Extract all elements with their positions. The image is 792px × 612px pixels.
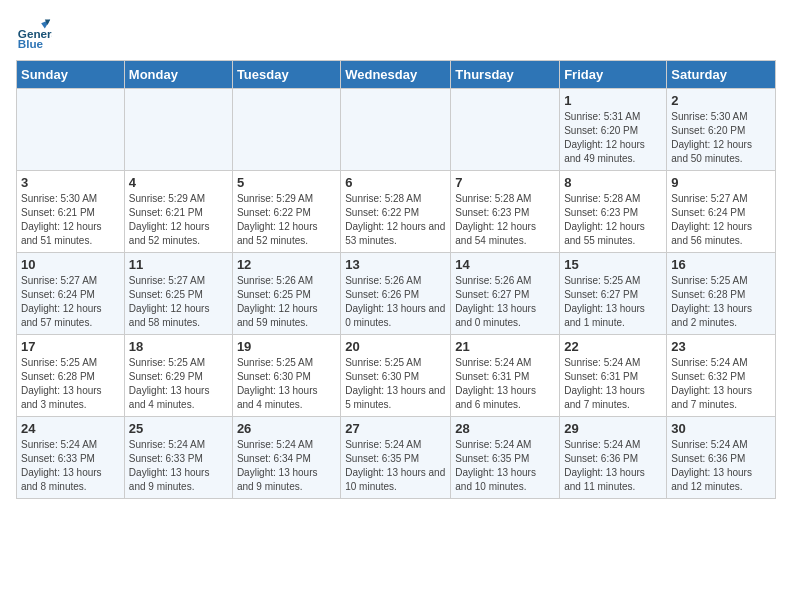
calendar-cell: 13Sunrise: 5:26 AM Sunset: 6:26 PM Dayli…: [341, 253, 451, 335]
calendar-cell: 7Sunrise: 5:28 AM Sunset: 6:23 PM Daylig…: [451, 171, 560, 253]
calendar-cell: [232, 89, 340, 171]
svg-text:Blue: Blue: [18, 37, 44, 50]
day-number: 13: [345, 257, 446, 272]
day-info: Sunrise: 5:24 AM Sunset: 6:35 PM Dayligh…: [455, 438, 555, 494]
day-info: Sunrise: 5:26 AM Sunset: 6:26 PM Dayligh…: [345, 274, 446, 330]
day-info: Sunrise: 5:29 AM Sunset: 6:21 PM Dayligh…: [129, 192, 228, 248]
day-info: Sunrise: 5:25 AM Sunset: 6:29 PM Dayligh…: [129, 356, 228, 412]
weekday-header: Thursday: [451, 61, 560, 89]
weekday-header: Sunday: [17, 61, 125, 89]
calendar-week-row: 3Sunrise: 5:30 AM Sunset: 6:21 PM Daylig…: [17, 171, 776, 253]
day-number: 10: [21, 257, 120, 272]
calendar-cell: 24Sunrise: 5:24 AM Sunset: 6:33 PM Dayli…: [17, 417, 125, 499]
day-number: 5: [237, 175, 336, 190]
day-info: Sunrise: 5:24 AM Sunset: 6:31 PM Dayligh…: [564, 356, 662, 412]
day-number: 3: [21, 175, 120, 190]
day-number: 16: [671, 257, 771, 272]
day-info: Sunrise: 5:24 AM Sunset: 6:36 PM Dayligh…: [564, 438, 662, 494]
calendar-cell: 18Sunrise: 5:25 AM Sunset: 6:29 PM Dayli…: [124, 335, 232, 417]
day-info: Sunrise: 5:27 AM Sunset: 6:25 PM Dayligh…: [129, 274, 228, 330]
calendar-cell: 12Sunrise: 5:26 AM Sunset: 6:25 PM Dayli…: [232, 253, 340, 335]
day-info: Sunrise: 5:31 AM Sunset: 6:20 PM Dayligh…: [564, 110, 662, 166]
day-info: Sunrise: 5:24 AM Sunset: 6:31 PM Dayligh…: [455, 356, 555, 412]
day-number: 29: [564, 421, 662, 436]
calendar-cell: 22Sunrise: 5:24 AM Sunset: 6:31 PM Dayli…: [560, 335, 667, 417]
day-number: 6: [345, 175, 446, 190]
weekday-header: Tuesday: [232, 61, 340, 89]
day-info: Sunrise: 5:29 AM Sunset: 6:22 PM Dayligh…: [237, 192, 336, 248]
day-number: 17: [21, 339, 120, 354]
logo-icon: General Blue: [16, 16, 52, 52]
day-info: Sunrise: 5:25 AM Sunset: 6:27 PM Dayligh…: [564, 274, 662, 330]
calendar-cell: 26Sunrise: 5:24 AM Sunset: 6:34 PM Dayli…: [232, 417, 340, 499]
calendar-cell: 15Sunrise: 5:25 AM Sunset: 6:27 PM Dayli…: [560, 253, 667, 335]
calendar-cell: 23Sunrise: 5:24 AM Sunset: 6:32 PM Dayli…: [667, 335, 776, 417]
day-info: Sunrise: 5:27 AM Sunset: 6:24 PM Dayligh…: [21, 274, 120, 330]
day-number: 11: [129, 257, 228, 272]
day-number: 18: [129, 339, 228, 354]
header-row: SundayMondayTuesdayWednesdayThursdayFrid…: [17, 61, 776, 89]
day-info: Sunrise: 5:28 AM Sunset: 6:23 PM Dayligh…: [455, 192, 555, 248]
day-info: Sunrise: 5:24 AM Sunset: 6:36 PM Dayligh…: [671, 438, 771, 494]
calendar-cell: 20Sunrise: 5:25 AM Sunset: 6:30 PM Dayli…: [341, 335, 451, 417]
calendar-table: SundayMondayTuesdayWednesdayThursdayFrid…: [16, 60, 776, 499]
weekday-header: Saturday: [667, 61, 776, 89]
day-info: Sunrise: 5:24 AM Sunset: 6:33 PM Dayligh…: [21, 438, 120, 494]
header: General Blue: [16, 16, 776, 52]
day-number: 15: [564, 257, 662, 272]
weekday-header: Wednesday: [341, 61, 451, 89]
day-info: Sunrise: 5:28 AM Sunset: 6:23 PM Dayligh…: [564, 192, 662, 248]
calendar-cell: 25Sunrise: 5:24 AM Sunset: 6:33 PM Dayli…: [124, 417, 232, 499]
day-number: 9: [671, 175, 771, 190]
calendar-cell: 5Sunrise: 5:29 AM Sunset: 6:22 PM Daylig…: [232, 171, 340, 253]
calendar-cell: [17, 89, 125, 171]
calendar-cell: 19Sunrise: 5:25 AM Sunset: 6:30 PM Dayli…: [232, 335, 340, 417]
calendar-week-row: 24Sunrise: 5:24 AM Sunset: 6:33 PM Dayli…: [17, 417, 776, 499]
calendar-cell: 11Sunrise: 5:27 AM Sunset: 6:25 PM Dayli…: [124, 253, 232, 335]
calendar-cell: 10Sunrise: 5:27 AM Sunset: 6:24 PM Dayli…: [17, 253, 125, 335]
day-info: Sunrise: 5:28 AM Sunset: 6:22 PM Dayligh…: [345, 192, 446, 248]
day-info: Sunrise: 5:30 AM Sunset: 6:20 PM Dayligh…: [671, 110, 771, 166]
day-number: 14: [455, 257, 555, 272]
calendar-cell: 27Sunrise: 5:24 AM Sunset: 6:35 PM Dayli…: [341, 417, 451, 499]
calendar-cell: 1Sunrise: 5:31 AM Sunset: 6:20 PM Daylig…: [560, 89, 667, 171]
day-info: Sunrise: 5:24 AM Sunset: 6:34 PM Dayligh…: [237, 438, 336, 494]
day-number: 19: [237, 339, 336, 354]
calendar-cell: [124, 89, 232, 171]
calendar-cell: 2Sunrise: 5:30 AM Sunset: 6:20 PM Daylig…: [667, 89, 776, 171]
calendar-cell: 6Sunrise: 5:28 AM Sunset: 6:22 PM Daylig…: [341, 171, 451, 253]
calendar-cell: 3Sunrise: 5:30 AM Sunset: 6:21 PM Daylig…: [17, 171, 125, 253]
day-info: Sunrise: 5:26 AM Sunset: 6:25 PM Dayligh…: [237, 274, 336, 330]
calendar-week-row: 10Sunrise: 5:27 AM Sunset: 6:24 PM Dayli…: [17, 253, 776, 335]
logo: General Blue: [16, 16, 52, 52]
calendar-cell: [341, 89, 451, 171]
day-number: 30: [671, 421, 771, 436]
calendar-cell: [451, 89, 560, 171]
day-number: 21: [455, 339, 555, 354]
day-number: 23: [671, 339, 771, 354]
calendar-cell: 14Sunrise: 5:26 AM Sunset: 6:27 PM Dayli…: [451, 253, 560, 335]
calendar-week-row: 17Sunrise: 5:25 AM Sunset: 6:28 PM Dayli…: [17, 335, 776, 417]
day-info: Sunrise: 5:25 AM Sunset: 6:30 PM Dayligh…: [237, 356, 336, 412]
calendar-cell: 28Sunrise: 5:24 AM Sunset: 6:35 PM Dayli…: [451, 417, 560, 499]
day-info: Sunrise: 5:27 AM Sunset: 6:24 PM Dayligh…: [671, 192, 771, 248]
calendar-week-row: 1Sunrise: 5:31 AM Sunset: 6:20 PM Daylig…: [17, 89, 776, 171]
day-number: 1: [564, 93, 662, 108]
day-info: Sunrise: 5:26 AM Sunset: 6:27 PM Dayligh…: [455, 274, 555, 330]
day-info: Sunrise: 5:25 AM Sunset: 6:30 PM Dayligh…: [345, 356, 446, 412]
day-number: 4: [129, 175, 228, 190]
day-number: 20: [345, 339, 446, 354]
calendar-cell: 9Sunrise: 5:27 AM Sunset: 6:24 PM Daylig…: [667, 171, 776, 253]
day-number: 26: [237, 421, 336, 436]
day-info: Sunrise: 5:24 AM Sunset: 6:32 PM Dayligh…: [671, 356, 771, 412]
calendar-cell: 4Sunrise: 5:29 AM Sunset: 6:21 PM Daylig…: [124, 171, 232, 253]
calendar-cell: 17Sunrise: 5:25 AM Sunset: 6:28 PM Dayli…: [17, 335, 125, 417]
calendar-cell: 30Sunrise: 5:24 AM Sunset: 6:36 PM Dayli…: [667, 417, 776, 499]
day-number: 12: [237, 257, 336, 272]
day-number: 28: [455, 421, 555, 436]
calendar-cell: 29Sunrise: 5:24 AM Sunset: 6:36 PM Dayli…: [560, 417, 667, 499]
calendar-cell: 8Sunrise: 5:28 AM Sunset: 6:23 PM Daylig…: [560, 171, 667, 253]
day-info: Sunrise: 5:25 AM Sunset: 6:28 PM Dayligh…: [671, 274, 771, 330]
day-number: 25: [129, 421, 228, 436]
day-info: Sunrise: 5:24 AM Sunset: 6:33 PM Dayligh…: [129, 438, 228, 494]
